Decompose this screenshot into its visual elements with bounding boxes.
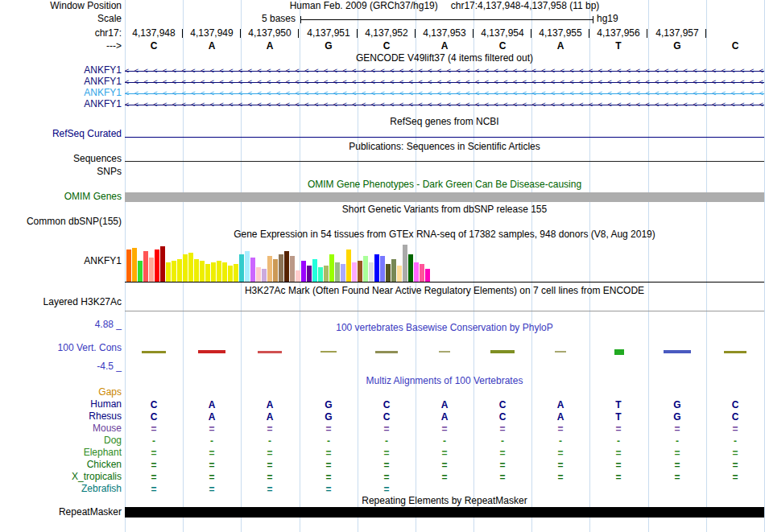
gtex-bar[interactable] xyxy=(239,254,244,282)
label-repeatmasker[interactable]: RepeatMasker xyxy=(0,507,122,518)
gtex-bar[interactable] xyxy=(318,267,323,282)
label-layered-h3k27ac[interactable]: Layered H3K27Ac xyxy=(0,297,122,307)
gtex-bar[interactable] xyxy=(172,261,176,282)
gtex-bar[interactable] xyxy=(335,262,340,282)
gene-item[interactable]: < < < < < < < < < < < < < < < < < < < < … xyxy=(125,99,764,110)
gtex-bar[interactable] xyxy=(194,259,199,282)
gtex-bar[interactable] xyxy=(166,262,171,282)
gtex-bar[interactable] xyxy=(262,269,267,282)
gtex-bar[interactable] xyxy=(296,270,300,282)
alignment-cell: = xyxy=(473,472,531,483)
gtex-bar[interactable] xyxy=(160,246,165,282)
species-label[interactable]: Mouse xyxy=(0,423,122,434)
gtex-bar[interactable] xyxy=(408,254,413,282)
alignment-cell: = xyxy=(183,460,241,471)
gtex-bar[interactable] xyxy=(324,266,329,282)
label-common-dbsnp[interactable]: Common dbSNP(155) xyxy=(0,217,122,227)
gtex-bar[interactable] xyxy=(397,266,402,282)
track-title-publications[interactable]: Publications: Sequences in Scientific Ar… xyxy=(125,142,764,152)
gene-item[interactable]: < < < < < < < < < < < < < < < < < < < < … xyxy=(125,65,764,76)
gtex-bar[interactable] xyxy=(273,259,278,282)
species-label[interactable]: Gaps xyxy=(0,387,122,398)
gtex-bar[interactable] xyxy=(250,258,255,282)
refseq-item-line[interactable] xyxy=(125,137,764,138)
gtex-bar[interactable] xyxy=(403,245,407,282)
gtex-bar[interactable] xyxy=(425,269,430,282)
gene-item-label[interactable]: ANKFY1 xyxy=(0,76,122,87)
species-label[interactable]: Chicken xyxy=(0,460,122,470)
label-gtex-gene[interactable]: ANKFY1 xyxy=(0,256,122,266)
gtex-bar[interactable] xyxy=(307,266,312,282)
gtex-bar[interactable] xyxy=(346,250,351,282)
gtex-bar[interactable] xyxy=(200,261,205,282)
gtex-bar[interactable] xyxy=(279,254,283,282)
gtex-bar[interactable] xyxy=(228,266,233,282)
gtex-bar[interactable] xyxy=(155,250,159,282)
gtex-bar[interactable] xyxy=(374,254,379,282)
gtex-bar[interactable] xyxy=(284,251,289,282)
gene-item-label[interactable]: ANKFY1 xyxy=(0,99,122,109)
track-title-repeatmasker[interactable]: Repeating Elements by RepeatMasker xyxy=(125,496,764,506)
gtex-bar[interactable] xyxy=(341,264,345,282)
track-title-multiz[interactable]: Multiz Alignments of 100 Vertebrates xyxy=(125,376,764,386)
track-title-gtex[interactable]: Gene Expression in 54 tissues from GTEx … xyxy=(125,229,764,240)
species-label[interactable]: X_tropicalis xyxy=(0,472,122,482)
gtex-bar[interactable] xyxy=(312,259,317,282)
track-title-gencode[interactable]: GENCODE V49lift37 (4 items filtered out) xyxy=(125,53,764,64)
gtex-bar[interactable] xyxy=(138,261,143,282)
gtex-bar[interactable] xyxy=(363,256,368,282)
gene-item-label[interactable]: ANKFY1 xyxy=(0,65,122,76)
strand-arrows: < < < < < < < < < < < < < < < < < < < < … xyxy=(125,88,764,99)
gtex-bar[interactable] xyxy=(222,262,227,282)
alignment-cell: = xyxy=(648,460,706,471)
gtex-bar[interactable] xyxy=(329,254,334,282)
label-sequences[interactable]: Sequences xyxy=(0,154,122,164)
ruler-position-text: 4,137,956 xyxy=(589,28,647,39)
gtex-bar[interactable] xyxy=(217,261,221,282)
track-title-refseq[interactable]: RefSeq genes from NCBI xyxy=(125,117,764,127)
gtex-bar[interactable] xyxy=(267,256,272,282)
gtex-bar[interactable] xyxy=(177,259,182,282)
gtex-bar[interactable] xyxy=(256,267,261,282)
repeatmasker-item-bar[interactable] xyxy=(125,507,764,518)
species-label[interactable]: Zebrafish xyxy=(0,484,122,494)
species-label[interactable]: Human xyxy=(0,399,122,410)
species-label[interactable]: Rhesus xyxy=(0,411,122,422)
label-cons-name[interactable]: 100 Vert. Cons xyxy=(0,343,122,353)
gtex-bar[interactable] xyxy=(183,254,188,282)
gtex-bar[interactable] xyxy=(234,264,238,282)
ruler-position-text: 4,137,953 xyxy=(416,28,473,39)
gtex-bar[interactable] xyxy=(369,262,374,282)
gtex-bar[interactable] xyxy=(301,261,306,282)
species-label[interactable]: Elephant xyxy=(0,447,122,458)
label-snps[interactable]: SNPs xyxy=(0,167,122,177)
gtex-bar[interactable] xyxy=(211,262,216,282)
gtex-bar[interactable] xyxy=(205,264,210,282)
gtex-bar[interactable] xyxy=(245,251,250,282)
gene-item[interactable]: < < < < < < < < < < < < < < < < < < < < … xyxy=(125,76,764,88)
gtex-bar[interactable] xyxy=(126,250,131,282)
track-title-h3k27ac[interactable]: H3K27Ac Mark (Often Found Near Active Re… xyxy=(125,286,764,296)
gtex-bar[interactable] xyxy=(414,262,419,282)
gtex-bar[interactable] xyxy=(188,253,193,282)
track-title-omim[interactable]: OMIM Gene Phenotypes - Dark Green Can Be… xyxy=(125,179,764,190)
gtex-bar[interactable] xyxy=(391,259,396,282)
species-label[interactable]: Dog xyxy=(0,435,122,446)
track-title-conservation[interactable]: 100 vertebrates Basewise Conservation by… xyxy=(125,323,764,333)
label-refseq-curated[interactable]: RefSeq Curated xyxy=(0,129,122,139)
omim-gene-bar[interactable] xyxy=(125,192,764,202)
gtex-bar[interactable] xyxy=(386,264,391,282)
gtex-bar[interactable] xyxy=(358,261,362,282)
gtex-bar[interactable] xyxy=(143,251,148,282)
gtex-bar[interactable] xyxy=(132,248,137,282)
publications-item-line[interactable] xyxy=(125,161,764,162)
gtex-bar[interactable] xyxy=(352,262,357,282)
gene-item-label[interactable]: ANKFY1 xyxy=(0,88,122,98)
gtex-bar[interactable] xyxy=(149,258,154,282)
label-omim-genes[interactable]: OMIM Genes xyxy=(0,192,122,202)
gtex-bar[interactable] xyxy=(420,264,424,282)
gtex-bar[interactable] xyxy=(290,256,295,282)
gtex-bar[interactable] xyxy=(380,256,385,282)
gene-item[interactable]: < < < < < < < < < < < < < < < < < < < < … xyxy=(125,88,764,99)
track-title-dbsnp[interactable]: Short Genetic Variants from dbSNP releas… xyxy=(125,204,764,215)
